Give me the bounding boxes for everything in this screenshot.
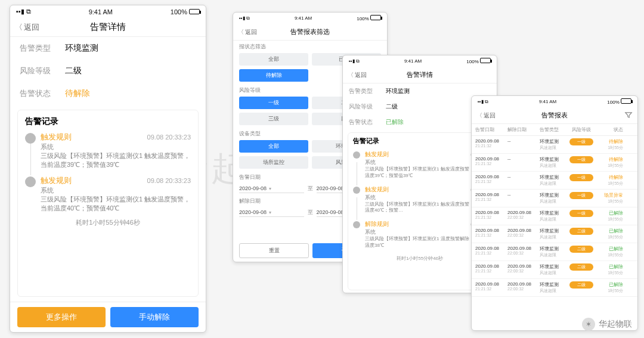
- th-release: 解除日期: [507, 126, 540, 133]
- reset-button[interactable]: 重置: [239, 243, 309, 258]
- timeline-dot-icon: [353, 151, 360, 159]
- type-all[interactable]: 全部: [239, 140, 308, 153]
- th-status: 状态: [593, 126, 623, 133]
- type-label: 告警类型: [349, 87, 379, 95]
- date-text: 2020-09-08: [239, 185, 267, 191]
- date-text: 2020-09-08: [317, 209, 344, 215]
- phone-alert-detail-pending: ▪▪▮ ⧉ 9:41 AM 100% 〈返回 告警详情 告警类型环境监测 风险等…: [10, 5, 206, 333]
- back-label: 返回: [355, 71, 367, 79]
- back-label: 返回: [484, 111, 496, 120]
- record-item[interactable]: 触发规则09.08 2系统三级风险【环境预警】环境监测仪1 触发温度预警，当前温…: [353, 185, 487, 215]
- elapsed-text: 耗时1小时55分钟46秒: [353, 255, 487, 262]
- status-value: 待解除: [65, 88, 90, 99]
- filter-button[interactable]: [624, 111, 633, 120]
- table-row[interactable]: 2020.09.0821:21:322020.09.0822:00:32环境监测…: [472, 243, 637, 261]
- status-bar: ▪▪▮ ⧉ 9:41 AM 100%: [10, 5, 206, 18]
- status-time: 9:41 AM: [295, 15, 312, 21]
- filter-icon: [624, 111, 633, 119]
- rule-name: 触发规则: [41, 175, 72, 186]
- table-row[interactable]: 2020.09.0821:21:322020.09.0822:00:32环境监测…: [472, 225, 637, 243]
- battery-pct: 100%: [357, 16, 369, 21]
- status-time: 9:41 AM: [404, 58, 422, 64]
- seg-pending[interactable]: 待解除: [239, 69, 308, 82]
- status-label: 告警状态: [20, 88, 58, 99]
- wechat-label: 华起物联: [599, 319, 632, 330]
- manual-resolve-button[interactable]: 手动解除: [110, 307, 199, 327]
- records-title: 告警记录: [25, 116, 191, 127]
- chevron-left-icon: 〈: [15, 22, 23, 33]
- rule-desc: 三级风险【环境预警】环境监测仪1 触发温度预警，当前温度40℃；预警…: [365, 201, 487, 215]
- date-text: 2020-09-08: [317, 185, 344, 191]
- type-scene[interactable]: 场所监控: [239, 156, 308, 169]
- back-button[interactable]: 〈返回: [15, 22, 39, 33]
- back-label: 返回: [245, 28, 257, 36]
- th-type: 告警类型: [540, 126, 569, 133]
- more-actions-button[interactable]: 更多操作: [17, 307, 106, 327]
- table-row[interactable]: 2020.09.0821:21:32--环境监测风速超限一级待解除1时55分: [472, 154, 637, 172]
- rule-desc: 三级风险【环境预警】环境监测仪1 温度预警解除，当前温度38℃: [365, 236, 487, 249]
- table-body: 2020.09.0821:21:32--环境监测风速超限一级待解除1时55分20…: [472, 136, 637, 297]
- risk-label: 风险等级: [20, 66, 58, 76]
- wifi-icon: ⧉: [26, 8, 31, 15]
- table-row[interactable]: 2020.09.0821:21:322020.09.0822:00:32环境监测…: [472, 261, 637, 279]
- signal-icon: ▪▪▮: [16, 8, 24, 15]
- table-header: 告警日期 解除日期 告警类型 风险等级 状态: [472, 124, 637, 136]
- status-bar: ▪▪▮ ⧉9:41 AM100%: [343, 55, 497, 67]
- page-title: 告警详情: [90, 21, 126, 33]
- timeline-dot-icon: [25, 176, 36, 187]
- alert-date-from[interactable]: 2020-09-08▾: [239, 184, 304, 193]
- record-item[interactable]: 解除规则09.08 2系统三级风险【环境预警】环境监测仪1 温度预警解除，当前温…: [353, 220, 487, 249]
- type-value: 环境监测: [65, 43, 98, 54]
- records-card: 告警记录 触发规则09.08 20:33:23 系统 三级风险【环境预警】环境监…: [17, 110, 199, 297]
- th-risk: 风险等级: [569, 126, 593, 133]
- rule-name: 解除规则: [365, 220, 389, 228]
- record-item[interactable]: 触发规则09.08 20:33:23 系统 三级风险【环境预警】环境监测仪1 触…: [25, 175, 191, 213]
- timeline-dot-icon: [25, 133, 36, 144]
- back-button[interactable]: 〈返回: [476, 111, 496, 120]
- battery-icon: [621, 98, 631, 104]
- section-status: 报状态筛选: [233, 41, 387, 52]
- battery-icon: [370, 15, 381, 20]
- rule-name: 触发规则: [41, 132, 72, 142]
- rule-source: 系统: [41, 142, 191, 151]
- table-row[interactable]: 2020.09.0821:21:322020.09.0822:00:32环境监测…: [472, 207, 637, 225]
- seg-all[interactable]: 全部: [239, 53, 308, 66]
- status-bar: ▪▪▮ ⧉9:41 AM100%: [472, 96, 637, 107]
- wechat-badge: ✶ 华起物联: [582, 318, 632, 331]
- risk-1[interactable]: 一级: [239, 97, 308, 109]
- table-row[interactable]: 2020.09.0821:21:32--环境监测风速超限一级场景异常1时55分: [472, 190, 637, 207]
- status-time: 9:41 AM: [89, 8, 113, 15]
- to-label: 至: [304, 185, 317, 193]
- rule-source: 系统: [365, 159, 487, 166]
- timeline-dot-icon: [353, 221, 360, 228]
- back-button[interactable]: 〈返回: [238, 28, 257, 36]
- risk-label: 风险等级: [349, 103, 379, 111]
- timeline-dot-icon: [353, 187, 360, 194]
- back-button[interactable]: 〈返回: [348, 71, 367, 79]
- page-title: 告警详情: [407, 70, 433, 79]
- table-row[interactable]: 2020.09.0821:21:322020.09.0822:00:32环境监测…: [472, 279, 637, 297]
- chevron-left-icon: 〈: [238, 28, 244, 36]
- records-title: 告警记录: [353, 137, 487, 145]
- chevron-down-icon: ▾: [269, 210, 271, 215]
- battery-icon: [189, 9, 200, 14]
- rule-source: 系统: [41, 186, 191, 195]
- release-date-from[interactable]: 2020-09-08▾: [239, 208, 304, 217]
- nav-bar: 〈返回 告警详情: [10, 18, 206, 37]
- table-row[interactable]: 2020.09.0821:21:32--环境监测风速超限一级待解除1时55分: [472, 136, 637, 154]
- status-bar: ▪▪▮ ⧉9:41 AM100%: [233, 13, 387, 24]
- rule-name: 触发规则: [365, 150, 389, 159]
- battery-pct: 100%: [171, 8, 187, 15]
- to-label: 至: [304, 209, 317, 216]
- risk-3[interactable]: 三级: [239, 113, 308, 125]
- record-item[interactable]: 触发规则09.08 20:33:23 系统 三级风险【环境预警】环境监测仪1 触…: [25, 132, 191, 169]
- page-title: 告警报表: [541, 111, 568, 120]
- table-row[interactable]: 2020.09.0821:21:32--环境监测风速超限一级待解除1时55分: [472, 172, 637, 190]
- risk-value: 二级: [65, 66, 82, 76]
- rule-desc: 三级风险【环境预警】环境监测仪1 触发温度预警，当前温度39℃；预警值39℃: [365, 166, 487, 179]
- battery-pct: 100%: [466, 59, 478, 64]
- record-item[interactable]: 触发规则09.08 2系统三级风险【环境预警】环境监测仪1 触发温度预警，当前温…: [353, 150, 487, 179]
- rule-desc: 三级风险【环境预警】环境监测仪1 触发温度预警，当前温度39℃；预警值39℃: [41, 151, 191, 169]
- page-title: 告警报表筛选: [290, 27, 330, 36]
- battery-pct: 100%: [607, 100, 619, 105]
